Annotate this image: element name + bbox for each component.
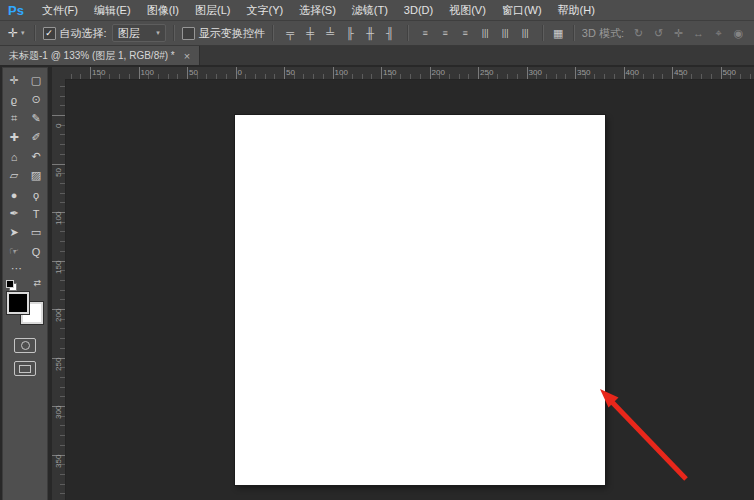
distribute-top-edges-button[interactable]: ≡: [416, 24, 435, 42]
align-vertical-centers-button[interactable]: ╪: [301, 24, 320, 42]
tool-preset-picker[interactable]: ✛ ▾: [6, 26, 27, 40]
auto-align-layers-button[interactable]: ▦: [551, 24, 566, 42]
tools-panel: ✛ ▢ ϱ ⊙ ⌗ ✎: [2, 67, 48, 500]
show-transform-label: 显示变换控件: [199, 26, 265, 41]
distribute-left-edges-button[interactable]: |||: [476, 24, 495, 42]
separator: [173, 25, 175, 41]
menu-edit[interactable]: 编辑(E): [86, 0, 139, 20]
hand-tool[interactable]: ☞: [3, 242, 25, 261]
menu-type[interactable]: 文字(Y): [238, 0, 291, 20]
align-top-edges-button[interactable]: ╤: [281, 24, 300, 42]
eraser-tool-icon: ▱: [10, 169, 18, 182]
clone-stamp-tool-icon: ⌂: [11, 151, 18, 163]
align-horizontal-centers-button[interactable]: ╫: [361, 24, 380, 42]
3d-rotate-icon: ↻: [634, 27, 643, 40]
distribute-horizontal-centers-button[interactable]: |||: [496, 24, 515, 42]
zoom-tool-icon: Q: [32, 246, 41, 258]
ruler-label: 250: [54, 357, 63, 370]
history-brush-tool-icon: ↶: [31, 150, 40, 163]
close-icon[interactable]: ×: [184, 51, 190, 61]
pen-tool[interactable]: ✒: [3, 204, 25, 223]
align-right-edges-button[interactable]: ╢: [381, 24, 400, 42]
menu-bar: Ps 文件(F) 编辑(E) 图像(I) 图层(L) 文字(Y) 选择(S) 滤…: [0, 0, 754, 21]
separator: [272, 25, 274, 41]
ruler-label: 400: [626, 68, 639, 77]
hand-tool-icon: ☞: [9, 245, 19, 258]
menu-layer[interactable]: 图层(L): [187, 0, 238, 20]
document-tab-title: 未标题-1 @ 133% (图层 1, RGB/8#) *: [9, 49, 175, 63]
distribute-top-edges-icon: ≡: [423, 28, 428, 38]
3d-camera-button[interactable]: ◉: [729, 24, 748, 42]
ruler-label: 100: [141, 68, 154, 77]
3d-rotate-button[interactable]: ↻: [629, 24, 648, 42]
align-horizontal-centers-icon: ╫: [366, 27, 374, 39]
3d-zoom-button[interactable]: ⌖: [709, 24, 728, 42]
zoom-tool[interactable]: Q: [25, 242, 47, 261]
path-selection-tool[interactable]: ➤: [3, 223, 25, 242]
align-left-edges-button[interactable]: ╟: [341, 24, 360, 42]
eyedropper-tool-icon: ✎: [31, 112, 40, 125]
distribute-vertical-centers-button[interactable]: ≡: [436, 24, 455, 42]
menu-help[interactable]: 帮助(H): [550, 0, 603, 20]
screen-mode-button[interactable]: [14, 361, 36, 376]
swap-colors-icon[interactable]: ⇄: [33, 278, 41, 288]
distribute-bottom-edges-button[interactable]: ≡: [456, 24, 475, 42]
align-left-edges-icon: ╟: [346, 27, 354, 39]
crop-tool[interactable]: ⌗: [3, 109, 25, 128]
3d-slide-button[interactable]: ↔: [689, 24, 708, 42]
history-brush-tool[interactable]: ↶: [25, 147, 47, 166]
menu-image[interactable]: 图像(I): [139, 0, 187, 20]
horizontal-ruler[interactable]: 150 100 50 0 50 100 150 200 250 300 350 …: [65, 67, 754, 80]
quick-selection-tool-icon: ⊙: [31, 93, 40, 106]
chevron-down-icon: ▾: [21, 29, 25, 37]
lasso-tool[interactable]: ϱ: [3, 90, 25, 109]
brush-tool-icon: ✐: [31, 131, 40, 144]
distribute-icons-group: ≡ ≡ ≡ ||| ||| |||: [416, 24, 535, 42]
3d-zoom-icon: ⌖: [715, 27, 721, 40]
rectangular-marquee-tool[interactable]: ▢: [25, 71, 47, 90]
rectangle-tool[interactable]: ▭: [25, 223, 47, 242]
foreground-color-swatch[interactable]: [7, 292, 29, 314]
eyedropper-tool[interactable]: ✎: [25, 109, 47, 128]
ruler-label: 350: [577, 68, 590, 77]
menu-filter[interactable]: 滤镜(T): [344, 0, 396, 20]
gradient-tool[interactable]: ▨: [25, 166, 47, 185]
eraser-tool[interactable]: ▱: [3, 166, 25, 185]
3d-camera-icon: ◉: [734, 27, 744, 40]
auto-select-target-dropdown[interactable]: 图层 ▾: [112, 24, 166, 42]
distribute-right-edges-button[interactable]: |||: [516, 24, 535, 42]
align-bottom-edges-button[interactable]: ╧: [321, 24, 340, 42]
default-colors-icon[interactable]: [6, 280, 17, 291]
distribute-vertical-centers-icon: ≡: [443, 28, 448, 38]
ruler-label: 200: [54, 309, 63, 322]
screen-mode-icon: [19, 365, 31, 373]
menu-3d[interactable]: 3D(D): [396, 0, 441, 20]
horizontal-type-tool[interactable]: T: [25, 204, 47, 223]
menu-select[interactable]: 选择(S): [291, 0, 344, 20]
align-icons-group: ╤ ╪ ╧ ╟ ╫ ╢: [281, 24, 400, 42]
rectangular-marquee-tool-icon: ▢: [31, 74, 41, 87]
move-tool-icon: ✛: [9, 74, 18, 87]
3d-pan-button[interactable]: ✛: [669, 24, 688, 42]
menu-items: 文件(F) 编辑(E) 图像(I) 图层(L) 文字(Y) 选择(S) 滤镜(T…: [34, 0, 603, 20]
blur-tool[interactable]: ●: [3, 185, 25, 204]
vertical-ruler[interactable]: 0 50 100 150 200 250 300 350: [52, 79, 66, 500]
spot-healing-brush-tool[interactable]: ✚: [3, 128, 25, 147]
ruler-label: 50: [189, 68, 198, 77]
document-tab[interactable]: 未标题-1 @ 133% (图层 1, RGB/8#) * ×: [0, 46, 200, 65]
quick-mask-button[interactable]: [14, 338, 36, 353]
3d-roll-button[interactable]: ↺: [649, 24, 668, 42]
brush-tool[interactable]: ✐: [25, 128, 47, 147]
edit-toolbar-button[interactable]: ⋯: [11, 263, 22, 273]
menu-file[interactable]: 文件(F): [34, 0, 86, 20]
auto-select-checkbox[interactable]: ✓: [43, 27, 56, 40]
menu-view[interactable]: 视图(V): [441, 0, 494, 20]
quick-selection-tool[interactable]: ⊙: [25, 90, 47, 109]
document-canvas[interactable]: [235, 115, 605, 485]
clone-stamp-tool[interactable]: ⌂: [3, 147, 25, 166]
move-tool[interactable]: ✛: [3, 71, 25, 90]
3d-slide-icon: ↔: [693, 27, 704, 39]
menu-window[interactable]: 窗口(W): [494, 0, 550, 20]
show-transform-checkbox[interactable]: [182, 27, 195, 40]
dodge-tool[interactable]: ϙ: [25, 185, 47, 204]
